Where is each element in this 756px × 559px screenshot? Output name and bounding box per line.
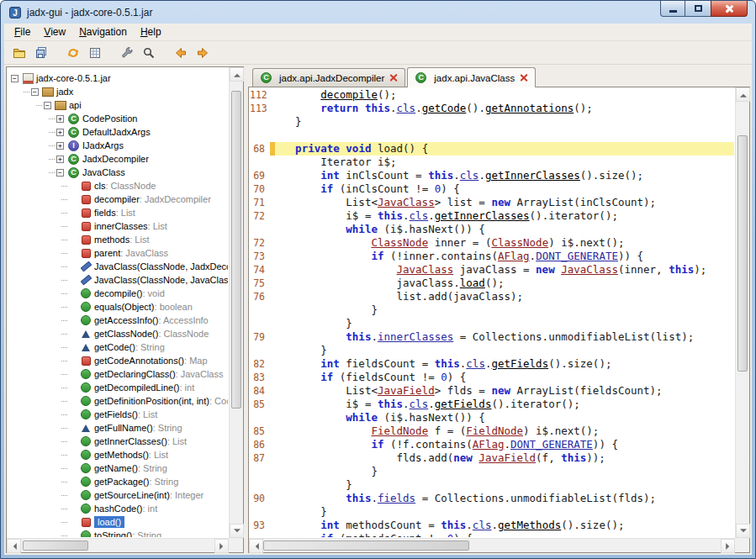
tree-item-getsourceline-int[interactable]: getSourceLine(int) : Integer [8, 488, 228, 502]
tree-item-getaccessinfo[interactable]: getAccessInfo() : AccessInfo [8, 314, 228, 327]
code-line[interactable]: } [250, 505, 734, 519]
scroll-thumb[interactable] [737, 135, 748, 372]
tree-item-defaultjadxargs[interactable]: +CDefaultJadxArgs [8, 125, 228, 139]
expand-handle[interactable]: + [56, 142, 64, 150]
tree-item-innerclasses[interactable]: innerClasses : List [8, 219, 228, 233]
code-line[interactable]: 86 if (!f.contains(AFlag.DONT_GENERATE))… [250, 438, 734, 451]
search-button[interactable] [139, 43, 159, 63]
code-line[interactable]: 72 ClassNode inner = (ClassNode) i$.next… [250, 236, 734, 250]
code-line[interactable]: 68 private void load() { [250, 142, 734, 156]
collapse-handle[interactable]: − [44, 102, 51, 109]
scroll-up-arrow[interactable] [736, 87, 750, 102]
tab-jadx-api-javaclass[interactable]: Cjadx.api.JavaClass [407, 67, 536, 87]
scroll-track[interactable] [263, 539, 721, 552]
sync-button[interactable] [63, 43, 83, 63]
code-line[interactable]: 69 int inClsCount = this.cls.getInnerCla… [250, 169, 734, 182]
code-line[interactable]: while (i$.hasNext()) { [250, 411, 734, 425]
tree-item-javaclass-classnode-javaclass[interactable]: JavaClass(ClassNode, JavaClass) [8, 273, 228, 287]
code-line[interactable]: 82 int fieldsCount = this.cls.getFields(… [250, 357, 734, 371]
code-line[interactable]: 87 flds.add(new JavaField(f, this)); [250, 451, 734, 465]
tree-item-tostring[interactable]: toString() : String [8, 529, 228, 537]
tree-item-api[interactable]: −api [8, 98, 228, 112]
maximize-button[interactable] [685, 1, 711, 17]
tree-item-fields[interactable]: fields : List [8, 206, 228, 219]
scroll-track[interactable] [230, 82, 243, 524]
code-line[interactable]: Iterator i$; [250, 156, 734, 169]
expand-handle[interactable]: + [56, 115, 64, 123]
tree-item-cls[interactable]: cls : ClassNode [8, 179, 228, 192]
scroll-thumb[interactable] [263, 541, 469, 551]
code-line[interactable]: 71 List<JavaClass> list = new ArrayList(… [250, 196, 734, 209]
minimize-button[interactable] [660, 1, 685, 17]
menu-item-help[interactable]: Help [134, 24, 168, 40]
code-line[interactable] [250, 129, 734, 142]
close-tab-icon[interactable] [519, 73, 528, 82]
scroll-down-arrow[interactable] [736, 524, 750, 538]
tree-vertical-scrollbar[interactable] [229, 67, 243, 538]
tree-item-getmethods[interactable]: getMethods() : List [8, 448, 228, 461]
code-line[interactable]: } [250, 317, 734, 330]
tree-item-equals-object[interactable]: equals(Object) : boolean [8, 300, 228, 314]
tree-item-getinnerclasses[interactable]: getInnerClasses() : List [8, 435, 228, 448]
code-line[interactable]: } [250, 303, 734, 317]
collapse-handle[interactable]: − [11, 75, 19, 82]
tree-item-getfields[interactable]: getFields() : List [8, 408, 228, 421]
code-line[interactable]: 83 if (fieldsCount != 0) { [250, 371, 734, 384]
tab-jadx-api-jadxdecompiler[interactable]: Cjadx.api.JadxDecompiler [252, 68, 405, 87]
menu-item-view[interactable]: View [37, 24, 72, 40]
preferences-button[interactable] [117, 43, 137, 63]
code-line[interactable]: 93 int methodsCount = this.cls.getMethod… [250, 519, 734, 532]
code-line[interactable]: 85 FieldNode f = (FieldNode) i$.next(); [250, 425, 734, 438]
tree-item-javaclass-classnode-jadxdecom[interactable]: JavaClass(ClassNode, JadxDecom [8, 260, 228, 273]
code-line[interactable]: 75 javaClass.load(); [250, 277, 734, 290]
code-line[interactable]: } [250, 344, 734, 357]
scroll-right-arrow[interactable] [721, 539, 735, 553]
tree-item-getfullname[interactable]: getFullName() : String [8, 421, 228, 435]
tree-item-load[interactable]: load() [8, 515, 228, 529]
tree-item-getdefinitionposition-int-int[interactable]: getDefinitionPosition(int, int) : Cod [8, 394, 228, 408]
code-line[interactable]: 70 if (inClsCount != 0) { [250, 182, 734, 196]
scroll-up-arrow[interactable] [230, 67, 244, 82]
code-line[interactable]: } [250, 478, 734, 492]
tree-item-getcode[interactable]: getCode() : String [8, 340, 228, 354]
scroll-track[interactable] [736, 102, 749, 524]
close-button[interactable] [711, 1, 748, 17]
menu-item-file[interactable]: File [8, 24, 37, 40]
code-line[interactable]: 73 if (!inner.contains(AFlag.DONT_GENERA… [250, 250, 734, 263]
code-line[interactable]: 79 this.innerClasses = Collections.unmod… [250, 330, 734, 344]
scroll-down-arrow[interactable] [230, 524, 244, 538]
tree-item-decompiler[interactable]: decompiler : JadxDecompiler [8, 192, 228, 206]
tree-item-javaclass[interactable]: −CJavaClass [8, 166, 228, 179]
scroll-thumb[interactable] [231, 91, 241, 409]
open-file-button[interactable] [9, 43, 29, 63]
tree-item-methods[interactable]: methods : List [8, 233, 228, 246]
scroll-track[interactable] [21, 539, 214, 552]
code-line[interactable]: while (i$.hasNext()) { [250, 223, 734, 236]
tree-horizontal-scrollbar[interactable] [7, 538, 229, 552]
flatten-packages-button[interactable] [85, 43, 105, 63]
tree-item-decompile[interactable]: decompile() : void [8, 287, 228, 300]
menu-item-navigation[interactable]: Navigation [72, 24, 134, 40]
tree-item-parent[interactable]: parent : JavaClass [8, 246, 228, 260]
editor-vertical-scrollbar[interactable] [735, 87, 749, 538]
scroll-thumb[interactable] [23, 541, 88, 551]
tree-item-getpackage[interactable]: getPackage() : String [8, 475, 228, 488]
tree-item-getcodeannotations[interactable]: getCodeAnnotations() : Map [8, 354, 228, 367]
save-all-button[interactable] [31, 43, 51, 63]
code-line[interactable]: 90 this.fields = Collections.unmodifiabl… [250, 492, 734, 505]
code-line[interactable]: 85 i$ = this.cls.getFields().iterator(); [250, 398, 734, 411]
tree-item-codeposition[interactable]: +CCodePosition [8, 112, 228, 125]
expand-handle[interactable]: + [56, 129, 64, 136]
tree-item-getclassnode[interactable]: getClassNode() : ClassNode [8, 327, 228, 340]
editor-horizontal-scrollbar[interactable] [249, 538, 735, 552]
code-line[interactable]: 72 i$ = this.cls.getInnerClasses().itera… [250, 209, 734, 223]
title-bar[interactable]: J jadx-gui - jadx-core-0.5.1.jar [1, 1, 755, 24]
code-line[interactable]: 112 decompile(); [250, 88, 734, 102]
code-line[interactable]: 74 JavaClass javaClass = new JavaClass(i… [250, 263, 734, 277]
code-line[interactable]: } [250, 465, 734, 478]
tree-item-hashcode[interactable]: hashCode() : int [8, 502, 228, 515]
scroll-left-arrow[interactable] [249, 539, 263, 553]
code-line[interactable]: 113 return this.cls.getCode().getAnnotat… [250, 102, 734, 115]
code-line[interactable]: 84 List<JavaField> flds = new ArrayList(… [250, 384, 734, 398]
tree-item-jadxdecompiler[interactable]: +CJadxDecompiler [8, 152, 228, 166]
